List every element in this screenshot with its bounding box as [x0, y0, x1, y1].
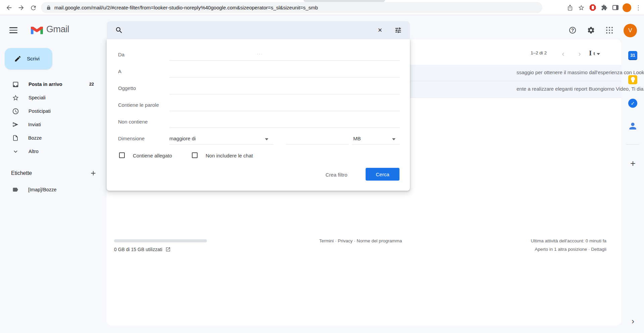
size-operator-caret-icon [265, 138, 268, 140]
address-bar[interactable]: mail.google.com/mail/u/2/#create-filter/… [41, 2, 542, 13]
size-operator-underline [169, 144, 273, 145]
contacts-icon[interactable] [628, 122, 637, 131]
clock-icon [12, 108, 19, 115]
doesnt-have-input[interactable] [169, 128, 400, 128]
email-snippet: ssaggio per ottenere il massimo dall'esp… [517, 69, 644, 75]
side-panel-icon[interactable] [610, 2, 621, 13]
reload-icon[interactable] [29, 3, 38, 12]
search-options-tune-icon[interactable] [394, 26, 402, 35]
file-icon [12, 135, 19, 141]
sidebar-item-label: Altro [29, 149, 39, 154]
star-icon [12, 94, 19, 101]
search-bar[interactable]: × [107, 21, 410, 39]
inbox-icon [12, 81, 19, 88]
older-page-icon[interactable]: › [575, 49, 585, 59]
sidebar-item-more[interactable]: Altro [3, 145, 100, 158]
sidebar-item-label: Speciali [29, 95, 46, 100]
size-unit-underline [352, 144, 400, 145]
browser-actions: ⋮ [564, 0, 644, 15]
storage-usage: 0 GB di 15 GB utilizzati [114, 247, 171, 252]
calendar-icon[interactable]: 31 [628, 51, 637, 60]
sidebar-item-drafts[interactable]: Bozze [3, 131, 100, 145]
open-locations-text[interactable]: Aperto in 1 altra posizione · Dettagli [483, 247, 606, 252]
adblock-extension-icon[interactable] [587, 2, 598, 13]
app-name: Gmail [46, 24, 69, 35]
input-tools-letter: I [589, 50, 592, 57]
clear-search-icon[interactable]: × [376, 26, 384, 35]
google-apps-grid-icon[interactable] [605, 26, 614, 35]
hide-side-panel-icon[interactable]: › [628, 316, 638, 326]
exclude-chats-checkbox[interactable] [192, 152, 198, 158]
from-input[interactable] [169, 60, 400, 61]
sidebar-item-sent[interactable]: Inviati [3, 118, 100, 131]
search-icon[interactable] [115, 26, 123, 35]
chevron-down-icon [12, 148, 19, 155]
has-words-input[interactable] [169, 111, 400, 111]
main-menu-icon[interactable] [9, 26, 18, 34]
sidebar-item-inbox[interactable]: Posta in arrivo 22 [3, 78, 100, 91]
sidebar-item-snoozed[interactable]: Posticipati [3, 104, 100, 118]
browser-toolbar: mail.google.com/mail/u/2/#create-filter/… [0, 0, 644, 15]
help-icon[interactable]: ? [568, 26, 577, 35]
sidebar-item-label: Inviati [28, 122, 41, 127]
create-filter-dialog: Da ... A Oggetto Contiene le parole Non … [107, 39, 410, 191]
legal-links[interactable]: Termini · Privacy · Norme del programma [255, 238, 466, 243]
open-in-new-icon[interactable] [165, 247, 171, 252]
field-label-subject: Oggetto [118, 85, 136, 91]
has-attachment-checkbox[interactable] [119, 152, 125, 158]
browser-menu-icon[interactable]: ⋮ [633, 2, 644, 13]
labels-section-header: Etichette [11, 170, 98, 177]
size-unit-caret-icon [392, 138, 395, 140]
input-tools-caret-icon [597, 53, 600, 55]
size-operator-dropdown[interactable]: maggiore di [169, 136, 196, 141]
create-filter-button[interactable]: Crea filtro [318, 170, 355, 180]
sidebar-item-label: Bozze [28, 135, 42, 141]
sidebar-item-starred[interactable]: Speciali [3, 91, 100, 104]
browser-profile-avatar[interactable] [621, 2, 633, 13]
account-avatar[interactable]: V [624, 24, 637, 37]
field-label-size: Dimensione [118, 136, 145, 141]
compose-button[interactable]: Scrivi [5, 48, 52, 69]
field-label-to: A [118, 68, 121, 74]
size-unit-dropdown[interactable]: MB [353, 136, 361, 141]
back-icon[interactable] [5, 3, 13, 12]
newer-page-icon[interactable]: ‹ [558, 49, 568, 59]
subject-input[interactable] [169, 94, 400, 94]
to-input[interactable] [169, 77, 400, 78]
keep-icon[interactable] [628, 75, 637, 84]
extensions-puzzle-icon[interactable] [598, 2, 610, 13]
labels-title: Etichette [11, 170, 32, 176]
compose-label: Scrivi [27, 56, 40, 62]
forward-icon[interactable] [17, 3, 25, 12]
get-addons-icon[interactable]: + [628, 158, 638, 169]
add-label-icon[interactable] [90, 170, 97, 177]
storage-usage-text: 0 GB di 15 GB utilizzati [114, 247, 162, 252]
gmail-logo: Gmail [31, 24, 69, 35]
from-field-remnant: ... [257, 50, 263, 55]
inbox-count: 22 [89, 82, 94, 87]
search-button[interactable]: Cerca [366, 168, 399, 181]
sidebar-item-label: Posticipati [29, 108, 51, 114]
has-attachment-label: Contiene allegato [133, 153, 172, 158]
size-value-input[interactable] [286, 144, 349, 145]
tasks-icon[interactable]: ✓ [628, 99, 637, 108]
gmail-window: mail.google.com/mail/u/2/#create-filter/… [0, 0, 644, 333]
label-tag-icon [12, 186, 19, 193]
last-activity-text: Ultima attività dell'account: 0 minuti f… [483, 238, 606, 243]
input-tools-sub-letter: t [593, 51, 595, 57]
bookmark-star-icon[interactable] [576, 2, 587, 13]
field-label-doesnt-have: Non contiene [118, 119, 148, 125]
pagination-status: 1–2 di 2 [510, 50, 547, 55]
input-tools-selector[interactable]: I t [589, 50, 600, 57]
sidebar-item-label: Posta in arrivo [29, 82, 62, 87]
side-panel-divider [626, 144, 639, 145]
settings-gear-icon[interactable] [586, 26, 596, 35]
email-snippet: ente a realizzare eleganti report Buongi… [517, 86, 644, 92]
lock-icon [46, 5, 51, 10]
storage-progress-bar [114, 239, 207, 242]
share-icon[interactable] [564, 2, 576, 13]
gmail-m-icon [31, 25, 43, 34]
pencil-icon [14, 55, 21, 62]
url-text: mail.google.com/mail/u/2/#create-filter/… [54, 5, 318, 10]
sidebar-label-imap-bozze[interactable]: [Imap]/Bozze [3, 183, 100, 196]
